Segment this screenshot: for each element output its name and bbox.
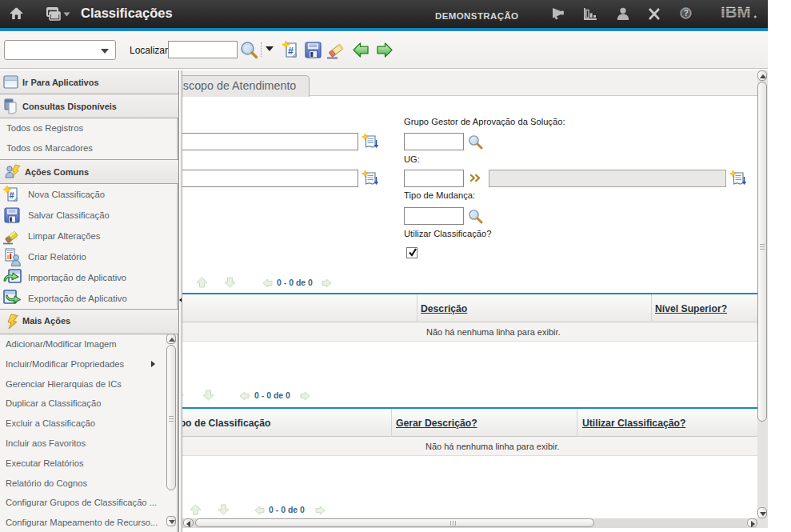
svg-text:?: ? bbox=[684, 9, 689, 18]
svg-text:#: # bbox=[10, 190, 14, 200]
svg-text:IBM: IBM bbox=[721, 5, 751, 21]
svg-text:#: # bbox=[288, 46, 294, 57]
